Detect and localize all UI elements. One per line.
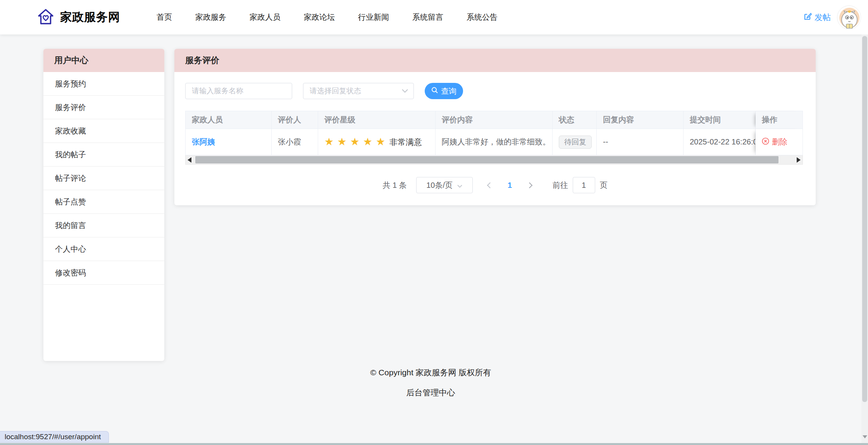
star-label: 非常满意 [389,137,422,148]
reply-status-placeholder: 请选择回复状态 [310,86,361,96]
page-size-select[interactable]: 10条/页 [416,177,473,193]
prev-page-button[interactable] [481,183,499,187]
star-icon: ★ [337,136,346,148]
table-header-row: 家政人员 评价人 评价星级 评价内容 状态 回复内容 提交时间 操作 [186,111,803,129]
sidebar-item-my-posts[interactable]: 我的帖子 [43,143,164,167]
star-icon: ★ [350,136,359,148]
sidebar-item-service-evaluation[interactable]: 服务评价 [43,96,164,119]
sidebar-item-favorites[interactable]: 家政收藏 [43,119,164,143]
chevron-down-icon [457,181,462,190]
nav-item-news[interactable]: 行业新闻 [358,0,389,34]
brand[interactable]: 家政服务网 [37,8,120,27]
worker-link[interactable]: 张阿姨 [192,137,215,147]
chevron-down-icon [402,88,408,94]
nav-item-services[interactable]: 家政服务 [195,0,226,34]
query-button[interactable]: 查询 [425,83,463,99]
page-size-value: 10条/页 [426,180,453,191]
cell-time: 2025-02-22 16:26:01 [684,129,756,155]
evaluation-table: 家政人员 评价人 评价星级 评价内容 状态 回复内容 提交时间 操作 张阿姨 张… [185,111,803,155]
nav-item-messages[interactable]: 系统留言 [412,0,443,34]
reply-status-select[interactable]: 请选择回复状态 [303,83,414,99]
copyright-text: © Copyright 家政服务网 版权所有 [0,367,861,378]
table-horizontal-scrollbar[interactable] [185,155,803,165]
user-center-sidebar: 用户中心 服务预约 服务评价 家政收藏 我的帖子 帖子评论 帖子点赞 我的留言 … [43,49,164,361]
col-header-status: 状态 [553,111,597,129]
scroll-down-arrow-icon[interactable] [863,435,867,438]
nav-right: 发帖 [804,5,861,29]
star-icon: ★ [363,136,372,148]
goto-page: 前往 页 [553,177,608,193]
scroll-left-arrow-icon[interactable] [188,157,191,163]
sidebar-item-my-messages[interactable]: 我的留言 [43,214,164,237]
cell-reply: -- [597,129,684,155]
sidebar-item-post-likes[interactable]: 帖子点赞 [43,190,164,214]
pagination-total: 共 1 条 [382,180,406,191]
search-icon [431,87,438,96]
page-vertical-scrollbar[interactable] [861,34,868,443]
nav-item-announcements[interactable]: 系统公告 [467,0,498,34]
cell-content: 阿姨人非常好，做的非常细致。 [436,129,553,155]
col-header-worker: 家政人员 [186,111,272,129]
col-header-time: 提交时间 [684,111,756,129]
cell-reviewer: 张小霞 [272,129,318,155]
window-bottom-edge [0,443,868,445]
service-evaluation-panel: 服务评价 请选择回复状态 查询 家政人员 评价人 评价星级 评价内容 状态 [174,49,816,205]
edit-pen-icon [804,12,812,22]
star-icon: ★ [376,136,385,148]
star-icons: ★★★★★ [324,137,389,147]
sidebar-title: 用户中心 [43,49,164,72]
user-avatar[interactable] [837,5,861,29]
cell-actions: 删除 [756,129,803,155]
nav-menu: 首页 家政服务 家政人员 家政论坛 行业新闻 系统留言 系统公告 [157,0,498,34]
col-header-content: 评价内容 [436,111,553,129]
circle-close-icon [762,137,769,147]
goto-label: 前往 [553,180,568,191]
new-post-link[interactable]: 发帖 [804,12,831,23]
delete-label: 删除 [772,137,787,147]
search-bar: 请选择回复状态 查询 [185,83,805,99]
nav-item-home[interactable]: 首页 [157,0,172,34]
admin-center-link[interactable]: 后台管理中心 [406,387,455,398]
sidebar-item-change-password[interactable]: 修改密码 [43,261,164,285]
vertical-scrollbar-thumb[interactable] [862,36,867,402]
navbar: 家政服务网 首页 家政服务 家政人员 家政论坛 行业新闻 系统留言 系统公告 发… [0,0,868,34]
new-post-label: 发帖 [815,12,831,23]
footer: © Copyright 家政服务网 版权所有 后台管理中心 [0,367,861,398]
scroll-right-arrow-icon[interactable] [797,157,801,163]
query-button-label: 查询 [441,86,456,96]
col-header-reply: 回复内容 [597,111,684,129]
goto-page-input[interactable] [573,177,595,193]
table-row: 张阿姨 张小霞 ★★★★★ 非常满意 阿姨人非常好，做的非常细致。 待回复 --… [186,129,803,155]
sidebar-item-post-comments[interactable]: 帖子评论 [43,167,164,190]
col-header-actions: 操作 [756,111,803,129]
panel-title: 服务评价 [174,49,816,72]
star-icon: ★ [324,136,334,148]
next-page-button[interactable] [521,183,539,187]
cell-stars: ★★★★★ 非常满意 [318,129,436,155]
status-badge: 待回复 [559,136,592,149]
nav-item-forum[interactable]: 家政论坛 [304,0,335,34]
pagination: 共 1 条 10条/页 1 前往 页 [174,177,816,193]
brand-title: 家政服务网 [60,9,120,25]
browser-status-url: localhost:9527/#/user/appoint [0,431,109,443]
col-header-stars: 评价星级 [318,111,436,129]
horizontal-scrollbar-thumb[interactable] [195,156,778,163]
delete-button[interactable]: 删除 [762,137,787,147]
current-page[interactable]: 1 [502,181,518,190]
service-name-input[interactable] [185,83,292,99]
home-heart-logo-icon [37,8,55,27]
nav-item-staff[interactable]: 家政人员 [250,0,281,34]
page-unit-label: 页 [600,180,608,191]
cell-worker: 张阿姨 [186,129,272,155]
cell-status: 待回复 [553,129,597,155]
sidebar-item-profile[interactable]: 个人中心 [43,237,164,261]
col-header-reviewer: 评价人 [272,111,318,129]
sidebar-item-service-appointment[interactable]: 服务预约 [43,72,164,96]
